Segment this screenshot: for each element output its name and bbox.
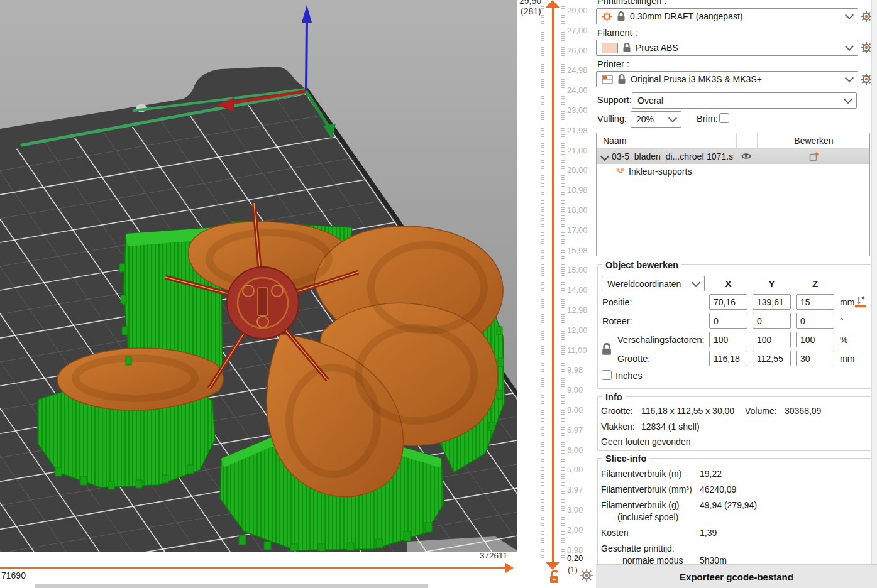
info-title: Info: [602, 392, 626, 402]
chevron-down-icon: [668, 114, 677, 122]
lock-icon: [617, 11, 626, 21]
panel-scrollbar[interactable]: [871, 0, 877, 564]
object-row-paint-supports[interactable]: Inkleur-supports: [597, 164, 869, 179]
size-x-field[interactable]: [709, 351, 747, 366]
coordinate-system-value: Wereldcoördinaten: [607, 279, 688, 289]
infill-value: 20%: [636, 114, 665, 124]
expand-chevron-icon[interactable]: [600, 152, 609, 161]
info-facets-label: Vlakken:: [601, 422, 635, 432]
h-slider-track[interactable]: [0, 567, 507, 569]
slider-settings-gear-icon[interactable]: [580, 569, 593, 582]
scale-z-field[interactable]: [796, 332, 834, 347]
slice-info-title: Slice-info: [602, 454, 649, 464]
layer-tick-label: 24,00: [567, 85, 588, 95]
layer-slider-unlock-icon[interactable]: [548, 569, 562, 584]
print-settings-label: Printinstellingen :: [597, 0, 666, 6]
size-unit: mm: [840, 354, 854, 364]
scale-x-field[interactable]: [709, 332, 747, 347]
position-label: Positie:: [602, 297, 632, 307]
layer-tick-label: 8,00: [567, 405, 583, 415]
printer-value: Original Prusa i3 MK3S & MK3S+: [631, 74, 842, 84]
chevron-down-icon: [692, 278, 700, 286]
position-z-field[interactable]: [796, 294, 834, 310]
layer-tick-label: 18,00: [567, 205, 588, 215]
object-list: Naam Bewerken 03-5_bladen_di...chroef 10…: [596, 133, 870, 256]
lock-icon: [617, 74, 626, 84]
size-z-field[interactable]: [796, 351, 834, 366]
printer-edit-gear-icon[interactable]: [860, 73, 873, 85]
print-settings-edit-gear-icon[interactable]: [860, 10, 873, 23]
layer-slider-track[interactable]: [552, 5, 554, 563]
print-settings-combo[interactable]: 0.30mm DRAFT (aangepast): [596, 8, 858, 24]
printer-combo[interactable]: Original Prusa i3 MK3S & MK3S+: [596, 71, 858, 87]
slice-info-value: 19,22: [700, 469, 722, 479]
axis-header-x: X: [709, 278, 747, 289]
layer-slider-top-count: (281): [521, 6, 541, 16]
lock-icon: [622, 43, 631, 53]
info-status: Geen fouten gevonden: [601, 437, 690, 447]
object-manipulation-title: Object bewerken: [602, 260, 681, 270]
horizontal-scrollbar[interactable]: [35, 584, 428, 588]
object-name: Inkleur-supports: [629, 166, 692, 177]
layer-slider-upper-handle[interactable]: [546, 0, 560, 8]
support-combo[interactable]: Overal: [632, 92, 857, 109]
layer-tick-label: 26,00: [567, 46, 588, 55]
layer-tick-label: 27,00: [567, 26, 588, 35]
export-gcode-button[interactable]: Exporteer gcode-bestand: [596, 564, 877, 588]
layer-tick-label: 9,00: [567, 385, 583, 395]
size-label: Grootte:: [617, 354, 650, 364]
inches-checkbox[interactable]: [602, 370, 612, 380]
scale-y-field[interactable]: [753, 332, 791, 347]
propeller-hub: [227, 267, 299, 339]
layer-tick-label: 12,00: [567, 325, 588, 335]
filament-edit-gear-icon[interactable]: [860, 41, 873, 54]
viewport-3d[interactable]: [0, 0, 517, 552]
brim-checkbox[interactable]: [719, 113, 729, 123]
rotate-unit: °: [840, 316, 844, 326]
slice-info-row: (inclusief spoel): [617, 512, 678, 522]
layer-tick-label: 23,00: [567, 106, 588, 115]
info-volume-value: 30368,09: [785, 406, 821, 416]
layer-tick-label: 29,00: [567, 6, 588, 15]
layer-tick-label: 14,00: [567, 285, 588, 295]
edit-settings-icon[interactable]: [809, 152, 819, 161]
layer-tick-label: 21,98: [567, 126, 588, 135]
z-axis-arrow: [306, 20, 307, 90]
scale-lock-icon[interactable]: [601, 343, 612, 356]
slice-info-row: Kosten: [601, 528, 629, 538]
slice-info-row: Geschatte printtijd:: [601, 543, 675, 553]
filament-value: Prusa ABS: [636, 43, 842, 53]
rotate-label: Roteer:: [602, 316, 632, 326]
layer-tick-label: 3,00: [567, 505, 583, 514]
layer-tick-label: 9,98: [567, 365, 583, 374]
layer-slider-bottom-count: (1): [568, 565, 578, 574]
eye-icon[interactable]: [741, 152, 751, 160]
chevron-down-icon: [845, 74, 854, 82]
layer-slider-ticks-left: [541, 6, 544, 560]
column-name: Naam: [603, 136, 626, 146]
layer-tick-labels: 29,0027,0026,0024,9824,0023,0021,9821,00…: [567, 0, 596, 588]
size-y-field[interactable]: [753, 351, 791, 366]
inches-label: Inches: [615, 371, 643, 381]
layer-tick-label: 20,00: [567, 165, 588, 175]
layer-tick-label: 5,00: [567, 465, 583, 474]
object-list-header: Naam Bewerken: [597, 133, 869, 149]
object-row-model[interactable]: 03-5_bladen_di...chroef 1071.stl: [597, 149, 869, 164]
scale-unit: %: [840, 335, 847, 345]
position-x-field[interactable]: [709, 294, 747, 310]
slice-info-value: 1,39: [700, 528, 717, 538]
slice-info-value: 46240,09: [700, 484, 736, 494]
infill-combo[interactable]: 20%: [631, 111, 681, 128]
layer-tick-label: 17,00: [567, 226, 588, 235]
printer-icon: [602, 75, 613, 84]
rotate-z-field[interactable]: [796, 313, 834, 329]
layer-slider-top-value: 29,50: [519, 0, 541, 6]
rotate-y-field[interactable]: [753, 313, 791, 329]
filament-combo[interactable]: Prusa ABS: [596, 40, 858, 56]
rotate-x-field[interactable]: [709, 313, 747, 329]
drop-to-bed-icon[interactable]: [854, 295, 866, 308]
h-slider-handle[interactable]: [505, 563, 514, 573]
layer-tick-label: 15,98: [567, 246, 588, 255]
position-y-field[interactable]: [753, 294, 791, 310]
coordinate-system-combo[interactable]: Wereldcoördinaten: [602, 276, 705, 291]
